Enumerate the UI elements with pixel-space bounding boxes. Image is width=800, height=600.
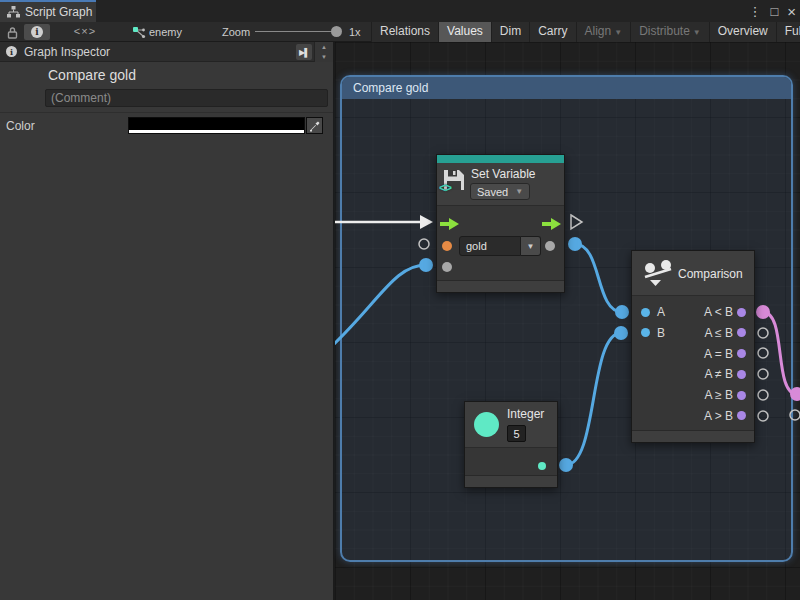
dim-button[interactable]: Dim	[491, 22, 529, 42]
graph-title: Compare gold	[48, 67, 136, 83]
color-field-label: Color	[6, 119, 35, 133]
input-port-b[interactable]	[641, 328, 650, 337]
node-title: Set Variable	[471, 167, 535, 181]
node-body: A A < B B A ≤ B A = B A ≠ B	[632, 296, 754, 427]
output-port-a-less-b[interactable]	[737, 308, 746, 317]
scroll-down-icon: ▼	[315, 52, 333, 62]
value-in-port[interactable]	[442, 262, 452, 272]
graph-path-breadcrumb[interactable]: enemy	[149, 26, 182, 38]
integer-value-input[interactable]: 5	[507, 425, 526, 442]
node-accent-bar	[437, 155, 564, 163]
eyedropper-icon	[309, 120, 321, 132]
node-body: gold ▼	[437, 205, 564, 282]
distribute-dropdown-button[interactable]: Distribute▼	[630, 22, 709, 42]
chevron-down-icon: ▼	[693, 28, 701, 37]
node-header[interactable]: Comparison	[632, 251, 754, 296]
comparison-row: A A < B	[632, 302, 754, 323]
flow-in-port[interactable]	[440, 218, 459, 230]
graph-inspector-panel: i Graph Inspector ▶▌ ▲ ▼ Compare gold Co…	[0, 42, 335, 600]
info-icon: i	[31, 26, 43, 38]
scroll-up-icon: ▲	[315, 42, 333, 52]
output-label: A > B	[704, 409, 733, 423]
input-label: B	[657, 326, 665, 340]
fullscreen-button[interactable]: Full Screen	[776, 22, 800, 42]
input-port-a[interactable]	[641, 308, 650, 317]
output-label: A = B	[704, 347, 733, 361]
overview-button[interactable]: Overview	[709, 22, 776, 42]
unity-script-graph-window: Script Graph ⋮ □ × i <×> enemy Zoom 1x R…	[0, 0, 800, 600]
info-icon: i	[6, 46, 17, 57]
align-dropdown-button[interactable]: Align▼	[576, 22, 631, 42]
relations-button[interactable]: Relations	[371, 22, 438, 42]
inspector-title: Graph Inspector	[24, 45, 110, 59]
dock-panel-icon[interactable]: ▶▌	[296, 44, 312, 60]
inspector-toggle-button[interactable]: i	[24, 24, 50, 40]
zoom-slider-knob[interactable]	[331, 26, 342, 37]
tab-script-graph[interactable]: Script Graph	[0, 0, 96, 22]
alpha-bar	[129, 130, 304, 133]
maximize-icon[interactable]: □	[770, 4, 778, 19]
graph-canvas[interactable]: Compare gold	[335, 42, 800, 600]
node-comparison[interactable]: Comparison A A < B B A ≤ B A = B	[631, 250, 755, 443]
graph-path-icon	[132, 26, 146, 39]
color-swatch[interactable]	[128, 117, 305, 134]
node-header[interactable]: <> Set Variable Saved ▼	[437, 163, 564, 205]
zoom-value: 1x	[349, 26, 361, 38]
node-footer	[632, 430, 754, 442]
window-controls: ⋮ □ ×	[748, 0, 796, 22]
title-bar: Script Graph ⋮ □ ×	[0, 0, 800, 22]
variable-code-icon: <>	[439, 181, 451, 195]
integer-out-port[interactable]	[538, 462, 546, 470]
output-label: A < B	[704, 305, 733, 319]
comment-input[interactable]	[45, 89, 328, 107]
code-view-icon[interactable]: <×>	[68, 25, 102, 37]
variable-scope-dropdown[interactable]: Saved ▼	[470, 183, 530, 200]
chevron-down-icon: ▼	[614, 28, 622, 37]
panel-scroll-spinner[interactable]: ▲ ▼	[314, 42, 333, 62]
zoom-slider[interactable]	[255, 31, 339, 32]
node-footer	[437, 280, 564, 292]
node-set-variable[interactable]: <> Set Variable Saved ▼ gold ▼	[436, 154, 565, 293]
output-port-a-greatereq-b[interactable]	[737, 391, 746, 400]
node-header[interactable]: Integer 5	[465, 402, 557, 448]
variable-name-port[interactable]	[442, 241, 452, 251]
input-label: A	[657, 305, 665, 319]
comparison-row: A ≥ B	[632, 385, 754, 406]
comparison-scale-icon	[644, 260, 673, 287]
output-label: A ≠ B	[704, 367, 733, 381]
inspector-header: i Graph Inspector ▶▌ ▲ ▼	[0, 42, 333, 62]
tab-label: Script Graph	[25, 5, 92, 19]
toolbar-buttons: Relations Values Dim Carry Align▼ Distri…	[371, 22, 800, 42]
script-graph-icon	[7, 6, 20, 18]
value-out-port[interactable]	[545, 241, 555, 251]
lock-icon[interactable]	[6, 26, 19, 39]
values-button[interactable]: Values	[438, 22, 491, 42]
node-integer-literal[interactable]: Integer 5	[464, 401, 558, 488]
chevron-down-icon: ▼	[515, 187, 523, 196]
integer-type-icon	[474, 412, 499, 437]
divider	[0, 112, 333, 113]
close-icon[interactable]: ×	[787, 3, 796, 20]
flow-out-port[interactable]	[542, 218, 561, 230]
carry-button[interactable]: Carry	[529, 22, 575, 42]
group-header[interactable]: Compare gold	[342, 77, 791, 99]
comparison-row: B A ≤ B	[632, 323, 754, 344]
output-port-a-eq-b[interactable]	[737, 349, 746, 358]
eyedropper-button[interactable]	[306, 117, 323, 134]
output-port-a-neq-b[interactable]	[737, 370, 746, 379]
window-menu-icon[interactable]: ⋮	[748, 4, 761, 19]
node-title: Integer	[507, 407, 544, 421]
node-title: Comparison	[678, 267, 743, 281]
chevron-down-icon[interactable]: ▼	[521, 236, 541, 256]
graph-toolbar: i <×> enemy Zoom 1x Relations Values Dim…	[0, 22, 800, 42]
comparison-row: A = B	[632, 344, 754, 365]
variable-name-dropdown[interactable]: gold ▼	[459, 236, 541, 256]
node-footer	[465, 475, 557, 487]
group-title: Compare gold	[353, 81, 428, 95]
output-port-a-lesseq-b[interactable]	[737, 328, 746, 337]
output-port-a-greater-b[interactable]	[737, 411, 746, 420]
output-label: A ≥ B	[704, 388, 733, 402]
zoom-label: Zoom	[222, 26, 250, 38]
comparison-row: A ≠ B	[632, 364, 754, 385]
output-label: A ≤ B	[704, 326, 733, 340]
